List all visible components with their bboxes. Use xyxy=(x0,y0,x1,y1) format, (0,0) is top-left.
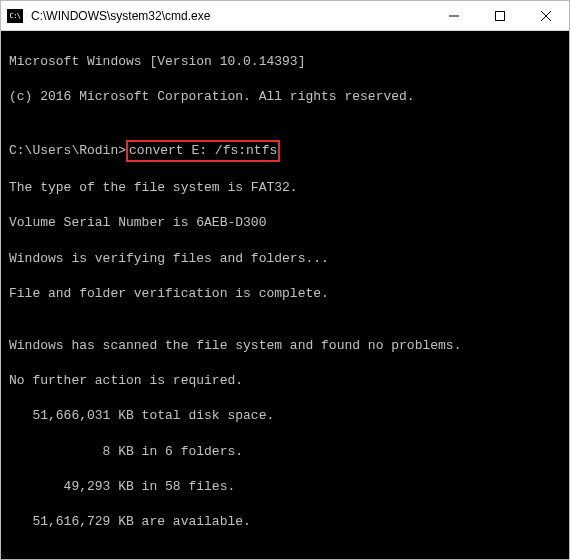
prompt-path: C:\Users\Rodin> xyxy=(9,143,126,158)
output-line: No further action is required. xyxy=(9,372,561,390)
cmd-window: C:\ C:\WINDOWS\system32\cmd.exe Microsof… xyxy=(0,0,570,560)
window-title: C:\WINDOWS\system32\cmd.exe xyxy=(29,9,431,23)
highlighted-command: convert E: /fs:ntfs xyxy=(126,140,280,162)
output-line: Windows has scanned the file system and … xyxy=(9,337,561,355)
output-line: 51,666,031 KB total disk space. xyxy=(9,407,561,425)
output-line: 49,293 KB in 58 files. xyxy=(9,478,561,496)
output-line: (c) 2016 Microsoft Corporation. All righ… xyxy=(9,88,561,106)
output-line: 8 KB in 6 folders. xyxy=(9,443,561,461)
output-line: Volume Serial Number is 6AEB-D300 xyxy=(9,214,561,232)
maximize-icon xyxy=(495,11,505,21)
maximize-button[interactable] xyxy=(477,1,523,30)
titlebar[interactable]: C:\ C:\WINDOWS\system32\cmd.exe xyxy=(1,1,569,31)
output-line: The type of the file system is FAT32. xyxy=(9,179,561,197)
minimize-button[interactable] xyxy=(431,1,477,30)
output-line: Microsoft Windows [Version 10.0.14393] xyxy=(9,53,561,71)
minimize-icon xyxy=(449,11,459,21)
svg-rect-1 xyxy=(496,11,505,20)
cmd-icon: C:\ xyxy=(7,9,23,23)
close-button[interactable] xyxy=(523,1,569,30)
close-icon xyxy=(541,11,551,21)
output-line: Windows is verifying files and folders..… xyxy=(9,250,561,268)
output-line: 51,616,729 KB are available. xyxy=(9,513,561,531)
terminal-area[interactable]: Microsoft Windows [Version 10.0.14393] (… xyxy=(1,31,569,559)
output-line: File and folder verification is complete… xyxy=(9,285,561,303)
prompt-line: C:\Users\Rodin>convert E: /fs:ntfs xyxy=(9,140,561,162)
window-controls xyxy=(431,1,569,30)
